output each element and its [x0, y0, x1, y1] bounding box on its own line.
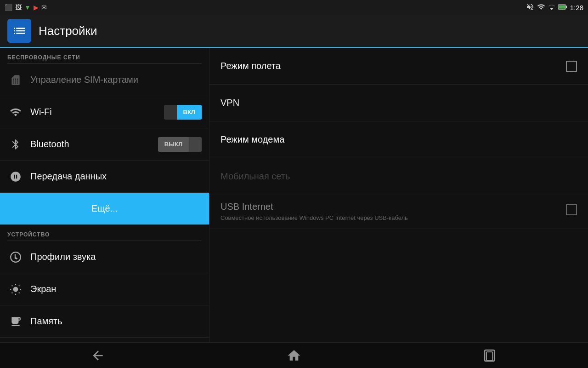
sound-label: Профили звука [30, 252, 202, 262]
sound-icon [7, 249, 24, 265]
wifi-on-label: ВКЛ [177, 105, 202, 120]
bluetooth-off-label: ВЫКЛ [158, 137, 189, 152]
section-device: УСТРОЙСТВО Профили звука Экран [0, 225, 209, 338]
usb-checkbox [566, 204, 577, 215]
photo-icon: 🖼 [15, 4, 22, 11]
wifi-off-area [164, 105, 177, 120]
wifi-toggle-switch[interactable]: ВКЛ [164, 105, 202, 120]
right-item-mobile: Мобильная сеть [209, 158, 588, 195]
data-label: Передача данных [30, 171, 202, 182]
svg-point-4 [13, 287, 18, 292]
display-icon [7, 281, 24, 298]
section-header-device: УСТРОЙСТВО [0, 225, 209, 241]
main-content: БЕСПРОВОДНЫЕ СЕТИ Управление SIM-картами… [0, 48, 588, 342]
usb-title: USB Internet [220, 201, 559, 212]
sidebar-item-more[interactable]: Ещё... [0, 193, 209, 225]
sidebar: БЕСПРОВОДНЫЕ СЕТИ Управление SIM-картами… [0, 48, 209, 342]
back-button[interactable] [79, 346, 116, 365]
wifi-icon [7, 104, 24, 121]
more-label: Ещё... [7, 203, 202, 214]
settings-icon [12, 23, 27, 38]
section-wireless: БЕСПРОВОДНЫЕ СЕТИ Управление SIM-картами… [0, 48, 209, 225]
usb-text: USB Internet Совместное использование Wi… [220, 201, 559, 222]
section-header-wireless: БЕСПРОВОДНЫЕ СЕТИ [0, 48, 209, 63]
recents-icon [483, 348, 498, 363]
bluetooth-icon [7, 136, 24, 153]
sim-icon [7, 72, 24, 88]
memory-icon [7, 313, 24, 330]
sidebar-item-display[interactable]: Экран [0, 273, 209, 305]
bluetooth-on-area [189, 137, 202, 152]
status-icons-right: 1:28 [526, 3, 583, 12]
back-icon [90, 348, 105, 363]
vpn-label: VPN [220, 98, 239, 108]
data-transfer-icon [7, 168, 24, 185]
sidebar-item-wifi[interactable]: Wi-Fi ВКЛ [0, 96, 209, 128]
page-title: Настройки [39, 24, 97, 38]
mute-icon [526, 3, 534, 12]
settings-app-icon [7, 19, 31, 43]
email-icon: ✉ [41, 4, 47, 11]
svg-rect-1 [565, 6, 567, 8]
airplane-label: Режим полета [220, 61, 281, 71]
sim-label: Управление SIM-картами [30, 75, 202, 85]
modem-label: Режим модема [220, 134, 284, 145]
mobile-label: Мобильная сеть [220, 171, 290, 182]
right-item-modem[interactable]: Режим модема [209, 121, 588, 158]
sidebar-item-memory[interactable]: Память [0, 305, 209, 338]
airplane-checkbox[interactable] [566, 61, 577, 72]
right-item-airplane[interactable]: Режим полета [209, 48, 588, 85]
wifi-icon [537, 3, 545, 12]
nav-bar [0, 342, 588, 368]
sidebar-item-data[interactable]: Передача данных [0, 161, 209, 193]
svg-rect-2 [559, 5, 565, 9]
signal-icon [548, 3, 555, 12]
display-label: Экран [30, 284, 202, 294]
download-icon: ▼ [24, 4, 31, 11]
bluetooth-toggle[interactable]: ВЫКЛ [158, 137, 202, 152]
notification-icon: ⬛ [5, 4, 12, 11]
youtube-icon: ▶ [34, 4, 39, 11]
usb-subtitle: Совместное использование Windows PC Inte… [220, 214, 559, 222]
battery-icon [558, 4, 567, 12]
sidebar-item-sim[interactable]: Управление SIM-картами [0, 64, 209, 96]
wifi-toggle[interactable]: ВКЛ [164, 105, 202, 120]
time-display: 1:28 [570, 4, 583, 12]
wifi-label: Wi-Fi [30, 107, 164, 117]
right-panel: Режим полета VPN Режим модема Мобильная … [209, 48, 588, 342]
right-item-usb: USB Internet Совместное использование Wi… [209, 195, 588, 229]
bluetooth-toggle-switch[interactable]: ВЫКЛ [158, 137, 202, 152]
toolbar: Настройки [0, 15, 588, 48]
home-icon [287, 348, 301, 363]
right-item-vpn[interactable]: VPN [209, 85, 588, 121]
home-button[interactable] [276, 346, 312, 365]
memory-label: Память [30, 316, 202, 327]
status-icons-left: ⬛ 🖼 ▼ ▶ ✉ [5, 4, 47, 11]
sidebar-item-sound[interactable]: Профили звука [0, 241, 209, 273]
recents-button[interactable] [472, 346, 509, 365]
status-bar: ⬛ 🖼 ▼ ▶ ✉ 1:28 [0, 0, 588, 15]
bluetooth-label: Bluetooth [30, 139, 158, 150]
sidebar-item-bluetooth[interactable]: Bluetooth ВЫКЛ [0, 128, 209, 161]
